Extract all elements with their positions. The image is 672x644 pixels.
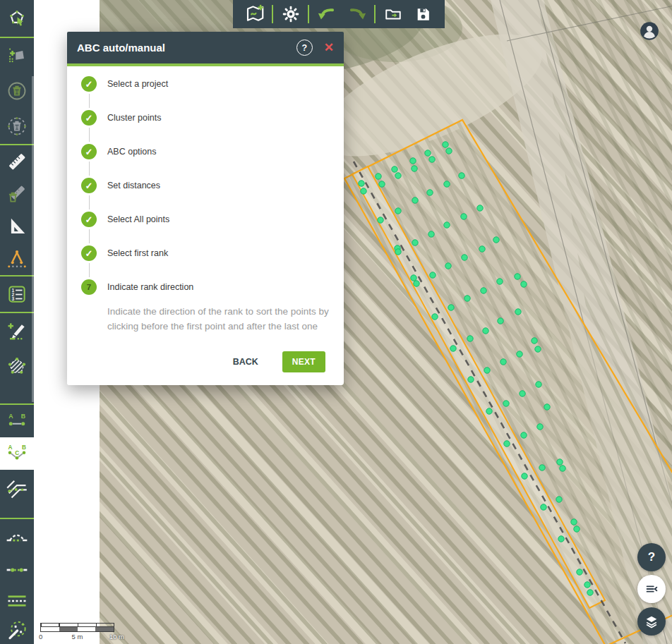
numbered-list-tool[interactable]: 123 — [0, 277, 34, 312]
map-scalebar: 0 5 m 10 m — [40, 623, 114, 641]
back-button[interactable]: BACK — [229, 356, 263, 367]
rank-point — [520, 391, 525, 396]
step-connector — [89, 195, 90, 209]
rank-point — [536, 382, 541, 387]
rank-point — [468, 377, 474, 382]
add-area-tool[interactable] — [0, 38, 34, 73]
rank-point — [481, 288, 486, 293]
help-icon[interactable]: ? — [296, 40, 313, 56]
svg-text:B: B — [22, 444, 26, 451]
rank-point — [395, 208, 401, 214]
step-check-icon: ✓ — [81, 245, 97, 261]
rank-point — [430, 272, 436, 278]
rank-point — [477, 205, 483, 211]
step-connector — [89, 128, 90, 142]
delete-cluster-tool[interactable] — [0, 109, 34, 144]
rank-point — [521, 432, 527, 438]
person-icon — [640, 21, 659, 41]
rank-point — [497, 279, 503, 284]
map-import-icon — [244, 4, 265, 25]
close-icon[interactable]: ✕ — [324, 42, 334, 54]
wizard-step: ✓Select All points — [81, 212, 328, 227]
svg-text:3: 3 — [12, 296, 15, 301]
wizard-step: ✓ABC options — [81, 144, 328, 159]
rank-point — [486, 408, 492, 414]
step-label: Indicate rank direction — [107, 282, 193, 292]
rank-point — [461, 214, 467, 219]
step-number-icon: 7 — [81, 279, 97, 295]
measure-ruler-tool[interactable] — [0, 145, 34, 178]
import-project-button[interactable] — [242, 1, 268, 27]
wizard-steps: ✓Select a project✓Cluster points✓ABC opt… — [81, 76, 328, 295]
rank-point — [484, 367, 490, 373]
arc-tool[interactable] — [0, 519, 34, 554]
rank-point — [448, 305, 454, 310]
rank-point — [361, 188, 366, 194]
rank-point — [504, 441, 510, 446]
abc-auto-manual-tool[interactable]: ACB — [0, 437, 34, 470]
rank-point — [560, 466, 565, 471]
undo-button[interactable] — [314, 1, 340, 27]
rank-point — [558, 536, 564, 542]
set-square-tool[interactable] — [0, 210, 34, 243]
abc-wizard-modal: ABC auto/manual ? ✕ ✓Select a project✓Cl… — [67, 32, 344, 385]
user-avatar-button[interactable] — [640, 21, 659, 41]
ab-line-tool[interactable]: AB — [0, 405, 34, 437]
rank-point — [500, 359, 506, 365]
rank-point — [493, 237, 499, 243]
rank-point — [410, 158, 416, 164]
rank-point — [446, 148, 452, 154]
wizard-step: ✓Set distances — [81, 178, 328, 193]
rank-point — [532, 338, 537, 344]
compass-distance-tool[interactable] — [0, 243, 34, 275]
layers-button[interactable] — [637, 607, 666, 636]
rank-point — [577, 569, 582, 575]
rank-point — [584, 582, 590, 588]
rank-point — [392, 166, 397, 172]
toolbar-separator — [308, 5, 309, 23]
open-project-button[interactable] — [380, 1, 406, 27]
draw-points-tool[interactable] — [0, 313, 34, 348]
step-label: Select first rank — [107, 248, 168, 258]
rank-point — [535, 346, 541, 352]
rank-point — [376, 174, 381, 179]
rank-point — [429, 157, 435, 162]
rank-point — [515, 309, 521, 315]
rank-point — [544, 404, 550, 410]
legend-collapse-icon — [644, 581, 659, 597]
step-check-icon: ✓ — [81, 212, 97, 227]
rank-point — [411, 275, 416, 281]
map-help-button[interactable]: ? — [637, 543, 666, 571]
next-button[interactable]: NEXT — [282, 351, 325, 372]
layers-icon — [644, 614, 659, 629]
hatched-polygon-tool[interactable] — [0, 348, 34, 384]
rank-point — [412, 166, 417, 171]
dot-line-tool[interactable] — [0, 554, 34, 585]
rank-lines-tool[interactable] — [0, 470, 34, 508]
wizard-step: 7Indicate rank direction — [81, 279, 328, 295]
folder-open-icon — [384, 5, 402, 23]
rank-point — [483, 328, 488, 334]
settings-button[interactable] — [278, 1, 304, 27]
step-label: Select All points — [107, 214, 169, 224]
magic-wand-tool[interactable] — [0, 616, 34, 644]
save-button[interactable] — [410, 1, 436, 27]
legend-collapse-button[interactable] — [637, 575, 666, 603]
parallel-lines-tool[interactable] — [0, 585, 34, 616]
delete-measure-tool[interactable] — [0, 178, 34, 210]
scale-label-start: 0 — [39, 633, 42, 640]
rank-point — [541, 504, 546, 510]
delete-point-tool[interactable] — [0, 73, 34, 109]
svg-text:A: A — [8, 444, 13, 451]
redo-button[interactable] — [344, 1, 370, 27]
sidebar-scrollbar[interactable] — [32, 76, 34, 402]
rank-point — [539, 465, 545, 470]
trash-icon — [13, 122, 21, 130]
gear-icon — [282, 5, 300, 23]
modal-title: ABC auto/manual — [77, 42, 296, 54]
select-polygon-tool[interactable] — [0, 0, 34, 37]
step-label: Cluster points — [107, 113, 161, 123]
step-check-icon: ✓ — [81, 110, 97, 126]
question-mark-icon: ? — [648, 550, 655, 564]
step-connector — [89, 162, 90, 176]
